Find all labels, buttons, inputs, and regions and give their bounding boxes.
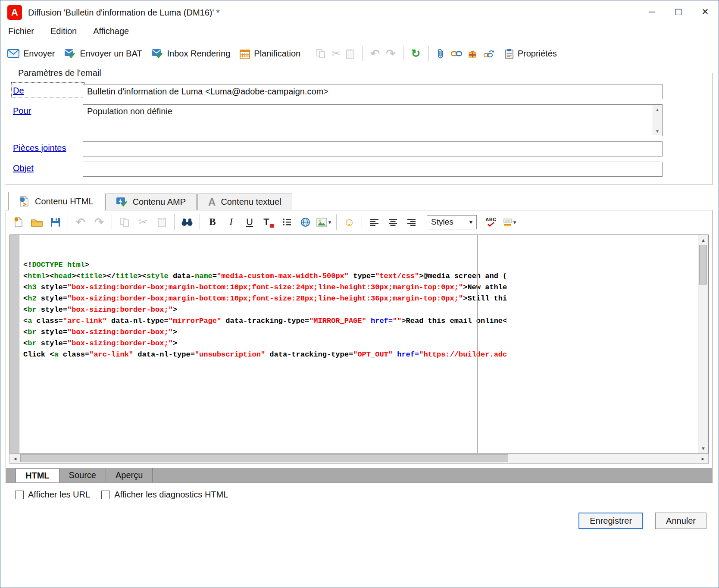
tab-contenu-html-label: Contenu HTML — [35, 197, 94, 206]
smiley-icon: ☺ — [344, 216, 355, 229]
maximize-button[interactable]: □ — [665, 0, 692, 23]
horizontal-scroll-track[interactable] — [20, 454, 698, 463]
show-diagnostics-label[interactable]: Afficher les diagnostics HTML — [114, 490, 228, 500]
to-link[interactable]: Pour — [13, 104, 83, 116]
minimize-button[interactable]: ─ — [638, 0, 665, 23]
underline-button[interactable]: U — [242, 214, 257, 230]
align-center-button[interactable] — [385, 214, 401, 230]
italic-button[interactable]: I — [223, 214, 239, 230]
open-button[interactable] — [29, 214, 44, 230]
cut-icon: ✂ — [139, 217, 147, 227]
vertical-scroll-track[interactable] — [698, 245, 708, 443]
show-urls-option[interactable]: Afficher les URL — [15, 490, 90, 500]
schedule-button[interactable]: Planification — [238, 48, 302, 59]
toolbar-separator — [362, 214, 362, 230]
horizontal-scroll-thumb[interactable] — [20, 454, 508, 462]
code-view[interactable]: <!DOCTYPE html><html><head><title></titl… — [19, 235, 698, 453]
insert-image-button[interactable]: ▾ — [316, 214, 331, 230]
inbox-rendering-button[interactable]: Inbox Rendering — [150, 48, 232, 59]
menu-fichier[interactable]: Fichier — [8, 26, 34, 36]
scroll-down-button[interactable]: ▼ — [698, 443, 708, 453]
tab-contenu-textuel-label: Contenu textuel — [221, 197, 281, 207]
align-center-icon — [389, 219, 398, 226]
from-link[interactable]: De — [13, 84, 83, 96]
paste-button — [346, 49, 354, 59]
cut-button: ✂ — [331, 48, 340, 59]
tab-contenu-amp[interactable]: Contenu AMP — [105, 194, 197, 210]
vertical-scroll-thumb[interactable] — [699, 245, 707, 285]
attachments-input[interactable] — [83, 141, 663, 156]
tab-contenu-textuel[interactable]: A Contenu textuel — [197, 194, 292, 210]
subject-link[interactable]: Objet — [13, 162, 83, 173]
to-scroll-up-button[interactable]: ▲ — [653, 105, 662, 114]
code-lines: <!DOCTYPE html><html><head><title></titl… — [23, 260, 698, 360]
editor-undo-button: ↶ — [73, 214, 88, 230]
tab-contenu-amp-label: Contenu AMP — [133, 197, 186, 207]
attachment-button[interactable] — [437, 48, 445, 59]
tab-apercu-view[interactable]: Aperçu — [106, 468, 153, 482]
refresh-button[interactable]: ↻ — [411, 47, 421, 60]
minimize-icon: ─ — [649, 7, 655, 17]
find-button[interactable] — [179, 214, 195, 230]
emoticon-button[interactable]: ☺ — [341, 214, 357, 230]
to-field-scrollbar[interactable]: ▲ ▼ — [653, 105, 662, 135]
menu-affichage[interactable]: Affichage — [93, 26, 129, 36]
scroll-left-button[interactable]: ◄ — [10, 454, 20, 463]
to-field[interactable]: Population non définie ▲ ▼ — [83, 104, 663, 136]
adobe-letter: A — [11, 7, 18, 18]
redo-icon: ↷ — [94, 216, 104, 229]
scroll-up-icon: ▲ — [655, 107, 660, 112]
attachments-link[interactable]: Pièces jointes — [13, 141, 83, 153]
undo-icon: ↶ — [76, 216, 85, 229]
bullet-list-button[interactable] — [279, 214, 294, 230]
scroll-up-button[interactable]: ▲ — [698, 235, 708, 245]
show-urls-checkbox[interactable] — [15, 491, 24, 499]
align-right-button[interactable] — [404, 214, 419, 230]
tab-html-view[interactable]: HTML — [16, 468, 59, 482]
code-editor-area[interactable]: <!DOCTYPE html><html><head><title></titl… — [9, 235, 709, 454]
menu-edition[interactable]: Edition — [50, 26, 77, 36]
link-button[interactable] — [451, 50, 462, 57]
to-value: Population non définie — [87, 106, 172, 116]
tab-contenu-html[interactable]: Contenu HTML — [8, 192, 104, 210]
italic-icon: I — [229, 216, 233, 228]
styles-dropdown-arrow-icon: ▾ — [469, 219, 472, 225]
show-diagnostics-checkbox[interactable] — [101, 491, 110, 499]
save-button[interactable] — [47, 214, 63, 230]
align-left-button[interactable] — [367, 214, 382, 230]
spellcheck-button[interactable]: ABC — [483, 214, 499, 230]
send-proof-button[interactable]: Envoyer un BAT — [63, 48, 144, 59]
new-document-button[interactable] — [10, 214, 26, 230]
editor-cut-button: ✂ — [135, 214, 151, 230]
text-color-button[interactable]: T — [260, 214, 276, 230]
tab-source-view[interactable]: Source — [59, 468, 106, 482]
tracked-link-button[interactable] — [483, 49, 494, 58]
scroll-right-button[interactable]: ► — [698, 454, 708, 463]
scroll-down-icon: ▼ — [655, 129, 660, 134]
open-folder-icon — [31, 218, 43, 227]
calendar-icon — [240, 49, 250, 59]
send-proof-icon — [64, 49, 76, 59]
show-urls-label[interactable]: Afficher les URL — [28, 490, 90, 500]
styles-select[interactable]: Styles ▾ — [427, 215, 477, 229]
highlight-color-button[interactable]: ▾ — [502, 214, 517, 230]
align-left-icon — [370, 219, 379, 226]
gift-button[interactable] — [468, 49, 477, 58]
text-color-icon: T — [263, 216, 272, 228]
schedule-label: Planification — [254, 49, 300, 59]
bold-button[interactable]: B — [205, 214, 220, 230]
horizontal-scrollbar[interactable]: ◄ ► — [9, 454, 709, 464]
vertical-scrollbar[interactable]: ▲ ▼ — [698, 235, 708, 453]
cancel-button[interactable]: Annuler — [655, 513, 706, 529]
subject-input[interactable] — [83, 162, 663, 177]
to-scroll-down-button[interactable]: ▼ — [653, 127, 662, 135]
editor-view-tabs: HTML Source Aperçu — [6, 468, 712, 482]
properties-label: Propriétés — [518, 49, 557, 59]
send-button[interactable]: Envoyer — [6, 48, 56, 59]
show-diagnostics-option[interactable]: Afficher les diagnostics HTML — [101, 490, 228, 500]
close-button[interactable]: ✕ — [692, 0, 719, 23]
save-dialog-button[interactable]: Enregistrer — [578, 513, 643, 529]
properties-button[interactable]: Propriétés — [503, 47, 559, 60]
hyperlink-button[interactable] — [297, 214, 313, 230]
from-input[interactable] — [83, 84, 663, 99]
